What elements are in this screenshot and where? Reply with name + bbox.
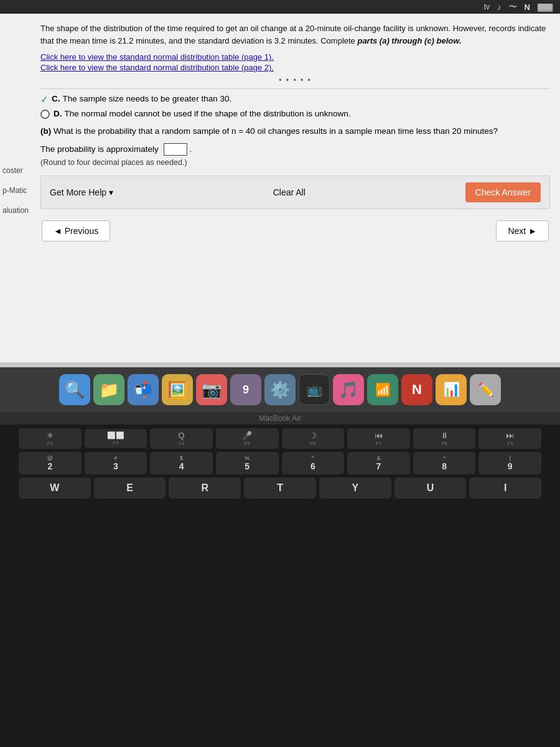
navigation-row: ◄ Previous Next ► xyxy=(40,217,550,251)
radio-d[interactable] xyxy=(40,110,50,119)
sidebar-label-p-matic: p-Matic xyxy=(2,186,34,195)
checkmark-c: ✓ xyxy=(40,94,49,105)
option-d-text: The normal model cannot be used if the s… xyxy=(65,109,351,118)
key-6[interactable]: ^ 6 xyxy=(282,452,345,474)
tv-label: tv xyxy=(484,2,490,11)
number-row: @ 2 # 3 $ 4 % 5 ^ 6 & 7 xyxy=(19,452,541,474)
fn-key-row: ✳ F2 ⬜⬜ F3 Q F4 🎤 F5 ☽ F6 ⏮ F7 xyxy=(19,428,541,449)
dock-icon-calendar[interactable]: 📷 xyxy=(196,374,227,405)
key-9[interactable]: ( 9 xyxy=(478,452,541,474)
dock-icon-settings[interactable]: ⚙️ xyxy=(264,374,296,405)
dock-icon-chart[interactable]: 📊 xyxy=(436,374,467,405)
dock-icon-tv[interactable]: 📺 xyxy=(299,374,330,405)
alpha-row: W E R T Y U I xyxy=(19,477,541,499)
music-icon: ♪ xyxy=(497,2,502,12)
sidebar-label-aluation: aluation xyxy=(2,206,34,215)
dock-icon-music[interactable]: 🎵 xyxy=(333,374,364,405)
key-r[interactable]: R xyxy=(169,477,241,499)
clear-all-button[interactable]: Clear All xyxy=(273,187,306,197)
dock-icon-photos[interactable]: 🖼️ xyxy=(162,374,193,405)
battery-icon: ▓▓▓ xyxy=(538,3,553,11)
keyboard-area: ✳ F2 ⬜⬜ F3 Q F4 🎤 F5 ☽ F6 ⏮ F7 xyxy=(0,425,560,505)
key-2[interactable]: @ 2 xyxy=(19,452,82,474)
link-normal-table-1[interactable]: Click here to view the standard normal d… xyxy=(40,52,550,62)
dock-icon-n[interactable]: N xyxy=(401,374,432,405)
dock-icon-pencil[interactable]: ✏️ xyxy=(470,374,501,405)
part-b-question: (b) What is the probability that a rando… xyxy=(40,125,550,138)
dock-icon-files[interactable]: 📁 xyxy=(93,374,124,405)
probability-input[interactable] xyxy=(164,143,187,156)
round-note: (Round to four decimal places as needed.… xyxy=(40,158,550,167)
check-answer-button[interactable]: Check Answer xyxy=(465,182,541,202)
fn-key-f5[interactable]: 🎤 F5 xyxy=(216,428,279,449)
key-4[interactable]: $ 4 xyxy=(150,452,213,474)
fn-key-f2[interactable]: ✳ F2 xyxy=(19,428,82,449)
option-c-row: ✓ C. The sample size needs to be greater… xyxy=(40,94,550,105)
key-i[interactable]: I xyxy=(469,477,541,499)
key-y[interactable]: Y xyxy=(319,477,391,499)
key-w[interactable]: W xyxy=(19,477,91,499)
fn-key-f9[interactable]: ⏭ F9 xyxy=(478,428,541,449)
toolbar: Get More Help ▾ Clear All Check Answer xyxy=(40,176,550,209)
probability-answer-row: The probability is approximately . xyxy=(40,143,550,156)
period: . xyxy=(189,144,192,153)
option-d-row[interactable]: D. The normal model cannot be used if th… xyxy=(40,109,550,119)
option-c-label: C. xyxy=(52,94,60,103)
fn-key-f6[interactable]: ☽ F6 xyxy=(282,428,345,449)
fn-key-f4[interactable]: Q F4 xyxy=(150,428,213,449)
dock-icon-finder[interactable]: 🔍 xyxy=(59,374,90,405)
key-e[interactable]: E xyxy=(94,477,166,499)
dock: 🔍 📁 📬 🖼️ 📷 9 ⚙️ 📺 🎵 📶 N 📊 ✏️ xyxy=(0,367,560,412)
dots-divider: • • • • • xyxy=(40,76,550,85)
macbook-label: MacBook Air xyxy=(0,412,560,425)
notification-icon: N xyxy=(525,2,530,12)
link-normal-table-2[interactable]: Click here to view the standard normal d… xyxy=(40,63,550,72)
fn-key-f7[interactable]: ⏮ F7 xyxy=(347,428,410,449)
previous-button[interactable]: ◄ Previous xyxy=(42,220,110,242)
key-5[interactable]: % 5 xyxy=(216,452,279,474)
get-more-help-button[interactable]: Get More Help ▾ xyxy=(50,187,113,197)
fn-key-f8[interactable]: ⏸ F8 xyxy=(413,428,476,449)
key-u[interactable]: U xyxy=(394,477,467,499)
key-8[interactable]: * 8 xyxy=(413,452,476,474)
dock-icon-wifi[interactable]: 📶 xyxy=(367,374,398,405)
key-3[interactable]: # 3 xyxy=(85,452,147,474)
dock-icon-9[interactable]: 9 xyxy=(230,374,261,405)
option-d-label: D. xyxy=(54,109,62,118)
section-divider xyxy=(40,88,550,89)
next-button[interactable]: Next ► xyxy=(496,220,549,242)
fn-key-f3[interactable]: ⬜⬜ F3 xyxy=(85,429,147,448)
menu-bar: tv ♪ 〜 N ▓▓▓ xyxy=(0,0,560,14)
option-c-text: The sample size needs to be greater than… xyxy=(63,94,232,103)
wifi-icon: 〜 xyxy=(509,1,517,12)
dock-icon-mail[interactable]: 📬 xyxy=(128,374,159,405)
problem-intro: The shape of the distribution of the tim… xyxy=(40,22,550,47)
prob-approx-label: The probability is approximately xyxy=(40,144,159,153)
sidebar-label-coster: coster xyxy=(2,166,34,175)
key-7[interactable]: & 7 xyxy=(347,452,410,474)
key-t[interactable]: T xyxy=(244,477,316,499)
